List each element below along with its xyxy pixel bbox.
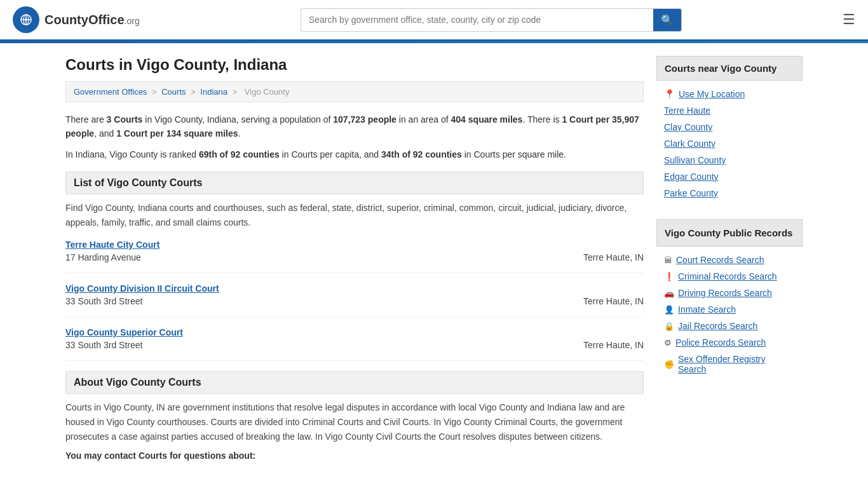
breadcrumb-sep3: > (233, 87, 240, 97)
logo-icon (13, 6, 39, 33)
driving-records-icon: 🚗 (664, 288, 674, 298)
use-my-location-link[interactable]: Use My Location (679, 89, 745, 99)
intro-paragraph-2: In Indiana, Vigo County is ranked 69th o… (65, 147, 644, 161)
sidebar: Courts near Vigo County 📍 Use My Locatio… (656, 56, 803, 461)
nearby-section: Courts near Vigo County 📍 Use My Locatio… (656, 56, 803, 207)
record-driving: 🚗 Driving Records Search (656, 285, 803, 301)
breadcrumb-courts[interactable]: Courts (161, 87, 186, 97)
search-input[interactable] (301, 9, 653, 31)
population: 107,723 people (333, 114, 397, 125)
court-address-1: 17 Harding Avenue (65, 252, 141, 262)
criminal-records-link[interactable]: Criminal Records Search (678, 271, 777, 281)
menu-button[interactable]: ☰ (843, 11, 855, 28)
record-inmate: 👤 Inmate Search (656, 301, 803, 318)
inmate-search-link[interactable]: Inmate Search (678, 304, 736, 315)
criminal-records-icon: ❗ (664, 272, 674, 281)
page-title: Courts in Vigo County, Indiana (65, 56, 644, 74)
sex-offender-link[interactable]: Sex Offender Registry Search (678, 354, 795, 374)
court-records-link[interactable]: Court Records Search (676, 255, 764, 265)
record-jail: 🔒 Jail Records Search (656, 318, 803, 334)
list-section-desc: Find Vigo County, Indiana courts and cou… (65, 201, 644, 229)
breadcrumb-gov-offices[interactable]: Government Offices (74, 87, 147, 97)
site-header: CountyOffice.org 🔍 ☰ (0, 0, 868, 41)
nearby-link-sullivan-county[interactable]: Sullivan County (664, 155, 726, 165)
location-icon: 📍 (664, 89, 675, 99)
court-row-2: 33 South 3rd Street Terre Haute, IN (65, 296, 644, 306)
court-records-icon: 🏛 (664, 255, 672, 265)
public-records-section: Vigo County Public Records 🏛 Court Recor… (656, 219, 803, 383)
court-address-2: 33 South 3rd Street (65, 296, 142, 306)
jail-records-icon: 🔒 (664, 322, 674, 331)
court-name-3[interactable]: Vigo County Superior Court (65, 327, 183, 337)
jail-records-link[interactable]: Jail Records Search (678, 321, 757, 331)
inmate-search-icon: 👤 (664, 305, 674, 315)
court-city-2: Terre Haute, IN (583, 296, 644, 306)
court-entry-3: Vigo County Superior Court 33 South 3rd … (65, 327, 644, 361)
search-box: 🔍 (301, 8, 682, 32)
rank1: 69th of 92 counties (199, 149, 280, 159)
intro-paragraph-1: There are 3 Courts in Vigo County, India… (65, 112, 644, 141)
nearby-link-edgar-county[interactable]: Edgar County (664, 172, 719, 182)
nearby-link-clay-county[interactable]: Clay County (664, 122, 712, 132)
nearby-use-location: 📍 Use My Location (656, 86, 803, 102)
main-container: Courts in Vigo County, Indiana Governmen… (53, 43, 815, 473)
breadcrumb-current: Vigo County (245, 87, 290, 97)
rank2: 34th of 92 counties (381, 149, 462, 159)
svg-point-5 (25, 18, 27, 21)
nearby-title: Courts near Vigo County (656, 56, 803, 81)
court-name-2[interactable]: Vigo County Division II Circuit Court (65, 283, 219, 294)
court-entry-1: Terre Haute City Court 17 Harding Avenue… (65, 240, 644, 273)
nearby-terre-haute: Terre Haute (656, 102, 803, 119)
courts-count: 3 Courts (107, 114, 143, 125)
nearby-links-list: 📍 Use My Location Terre Haute Clay Count… (656, 81, 803, 207)
per-mile: 1 Court per 134 square miles (116, 128, 238, 139)
content-area: Courts in Vigo County, Indiana Governmen… (65, 56, 644, 461)
court-address-3: 33 South 3rd Street (65, 340, 142, 350)
search-button[interactable]: 🔍 (653, 9, 681, 31)
court-name-1[interactable]: Terre Haute City Court (65, 240, 159, 250)
record-criminal: ❗ Criminal Records Search (656, 268, 803, 285)
nearby-parke-county: Parke County (656, 185, 803, 201)
nearby-clark-county: Clark County (656, 135, 803, 152)
nearby-link-parke-county[interactable]: Parke County (664, 188, 718, 198)
nearby-edgar-county: Edgar County (656, 168, 803, 185)
court-city-3: Terre Haute, IN (583, 340, 644, 350)
police-records-link[interactable]: Police Records Search (675, 337, 766, 348)
area: 404 square miles (451, 114, 523, 125)
record-police: ⚙ Police Records Search (656, 334, 803, 351)
list-section-header: List of Vigo County Courts (65, 172, 644, 194)
nearby-sullivan-county: Sullivan County (656, 152, 803, 168)
search-area: 🔍 (301, 8, 682, 32)
public-records-list: 🏛 Court Records Search ❗ Criminal Record… (656, 247, 803, 383)
hamburger-icon: ☰ (843, 11, 855, 27)
public-records-title: Vigo County Public Records (656, 219, 803, 247)
about-text: Courts in Vigo County, IN are government… (65, 400, 644, 444)
record-court: 🏛 Court Records Search (656, 252, 803, 268)
driving-records-link[interactable]: Driving Records Search (678, 288, 772, 298)
sex-offender-icon: ✊ (664, 360, 674, 369)
contact-label: You may contact Courts for questions abo… (65, 451, 644, 461)
breadcrumb-sep1: > (152, 87, 159, 97)
breadcrumb: Government Offices > Courts > Indiana > … (65, 81, 644, 102)
logo-area: CountyOffice.org (13, 6, 140, 33)
breadcrumb-indiana[interactable]: Indiana (200, 87, 227, 97)
nearby-link-terre-haute[interactable]: Terre Haute (664, 105, 710, 116)
nearby-clay-county: Clay County (656, 119, 803, 135)
about-section-header: About Vigo County Courts (65, 371, 644, 394)
breadcrumb-sep2: > (191, 87, 198, 97)
search-icon: 🔍 (661, 15, 674, 25)
nearby-link-clark-county[interactable]: Clark County (664, 139, 715, 149)
police-records-icon: ⚙ (664, 338, 672, 348)
record-sex-offender: ✊ Sex Offender Registry Search (656, 351, 803, 377)
court-row-3: 33 South 3rd Street Terre Haute, IN (65, 340, 644, 350)
court-city-1: Terre Haute, IN (583, 252, 644, 262)
logo-text: CountyOffice.org (44, 13, 140, 27)
court-row-1: 17 Harding Avenue Terre Haute, IN (65, 252, 644, 262)
court-entry-2: Vigo County Division II Circuit Court 33… (65, 283, 644, 317)
